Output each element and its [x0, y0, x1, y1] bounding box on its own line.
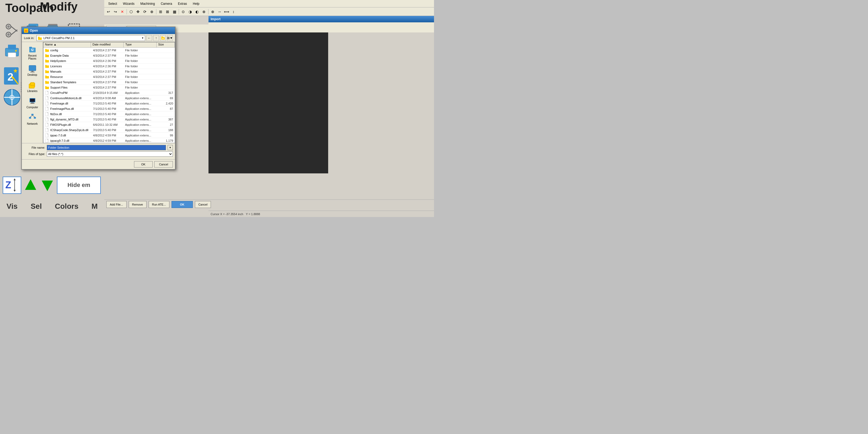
svg-marker-40 [13, 190, 16, 192]
remove-button[interactable]: Remove [129, 201, 147, 208]
run-ate-button[interactable]: Run ATE... [149, 201, 169, 208]
print-button[interactable] [3, 42, 21, 61]
table-row[interactable]: Standard Templates4/3/2014 2:37 PMFile f… [43, 80, 175, 85]
table-row[interactable]: ContinuousMotionLib.dll4/3/2014 9:08 AMA… [43, 95, 175, 101]
table-row[interactable]: Support Files4/3/2014 2:37 PMFile folder [43, 85, 175, 90]
new-folder-button[interactable] [160, 35, 166, 41]
view-options-button[interactable]: ⊞▼ [167, 35, 173, 41]
nav-network[interactable]: Network [23, 112, 42, 126]
colors-tab[interactable]: Colors [55, 202, 79, 211]
tool-btn-5[interactable]: ⊕ [210, 8, 216, 15]
nav-desktop[interactable]: Desktop [23, 63, 42, 78]
table-row[interactable]: ippacg9-7.0.dll4/8/2012 4:59 PMApplicati… [43, 138, 175, 143]
col-date-header[interactable]: Date modified [91, 42, 124, 47]
scissors-button[interactable] [3, 21, 21, 40]
table-row[interactable]: FreeImage.dll7/1/2013 5:40 PMApplication… [43, 101, 175, 106]
svg-marker-41 [25, 179, 36, 190]
table-row[interactable]: ippac-7.0.dll4/8/2012 4:59 PMApplication… [43, 133, 175, 138]
nav-computer[interactable]: Computer [23, 96, 42, 110]
table-row[interactable]: ICSharpCode.SharpZipLib.dll7/1/2013 5:40… [43, 127, 175, 133]
file-icon [45, 117, 49, 122]
table-row[interactable]: Licences4/3/2014 2:36 PMFile folder [43, 64, 175, 69]
col-type-header[interactable]: Type [124, 42, 157, 47]
table-row[interactable]: config4/3/2014 2:37 PMFile folder [43, 48, 175, 53]
menu-extras[interactable]: Extras [175, 1, 190, 6]
open-ok-button[interactable]: OK [134, 161, 153, 167]
menu-wizards[interactable]: Wizards [120, 1, 137, 6]
col-size-header[interactable]: Size [157, 42, 175, 47]
nav-desktop-label: Desktop [27, 73, 37, 76]
svg-rect-85 [45, 86, 46, 87]
snap-button[interactable]: ⊠ [164, 8, 171, 15]
tool-btn-3[interactable]: ◐ [194, 8, 200, 15]
menu-machining[interactable]: Machining [138, 1, 158, 6]
col-name-header[interactable]: Name ▲ [43, 42, 91, 47]
table-row[interactable]: Manuals4/3/2014 2:37 PMFile folder [43, 69, 175, 74]
tool-btn-2[interactable]: ◑ [187, 8, 193, 15]
nav-recent-label: Recent Places [24, 54, 41, 60]
table-row[interactable]: ftgl_dynamic_MTD.dll7/1/2013 5:40 PMAppl… [43, 117, 175, 122]
svg-rect-75 [45, 60, 46, 61]
table-row[interactable]: CircuitProPM2/19/2014 9:15 AMApplication… [43, 90, 175, 95]
open-dialog-nav: Recent Places Desktop [22, 42, 43, 143]
filename-input[interactable] [47, 145, 166, 150]
status-bar: Cursor X = -37.3554 inch Y = 1.8888 [209, 211, 434, 217]
zoom-button[interactable]: ⊕ [149, 8, 155, 15]
table-row[interactable]: Example Data4/3/2014 2:37 PMFile folder [43, 53, 175, 58]
divider-2 [156, 9, 156, 14]
filename-dropdown-btn[interactable]: ▼ [167, 145, 173, 150]
layer-button[interactable]: ▦ [171, 8, 178, 15]
nav-recent-places[interactable]: Recent Places [23, 44, 42, 61]
bottom-tabs-left: Vis Sel Colors M [0, 196, 104, 217]
select-button[interactable]: ⬡ [128, 8, 134, 15]
filetype-select[interactable]: All files (*.*) [47, 151, 173, 157]
tool-btn-8[interactable]: ↕ [230, 8, 237, 15]
add-file-button[interactable]: Add File... [106, 201, 127, 208]
crosshair-button[interactable] [3, 88, 21, 106]
magic-wand-button[interactable]: 2 [3, 67, 21, 86]
z-axis-box[interactable]: Z [3, 177, 21, 194]
tool-btn-4[interactable]: ⊗ [201, 8, 207, 15]
undo-button[interactable]: ↩ [105, 8, 112, 15]
hide-empty-box[interactable]: Hide em [57, 177, 101, 194]
table-row[interactable]: FreeImagePlus.dll7/1/2013 5:40 PMApplica… [43, 106, 175, 112]
cursor-x: Cursor X = -37.3554 inch [211, 213, 243, 216]
cancel-button[interactable]: Cancel [195, 201, 211, 208]
svg-line-69 [32, 116, 35, 117]
file-icon [45, 128, 49, 132]
grid-button[interactable]: ⊞ [157, 8, 164, 15]
file-icon [45, 112, 49, 116]
menu-camera[interactable]: Camera [158, 1, 175, 6]
move-up-button[interactable] [23, 178, 38, 192]
svg-rect-65 [31, 114, 33, 116]
table-row[interactable]: ftd2xx.dll7/1/2013 5:40 PMApplication ex… [43, 112, 175, 117]
nav-libraries[interactable]: Libraries [23, 80, 42, 94]
open-cancel-button[interactable]: Cancel [154, 161, 173, 167]
sel-tab[interactable]: Sel [31, 202, 42, 211]
move-down-button[interactable] [40, 178, 55, 192]
pan-button[interactable]: ✥ [135, 8, 141, 15]
open-dialog-buttons: OK Cancel [22, 159, 175, 169]
close-button[interactable]: ✕ [119, 8, 126, 15]
m-tab[interactable]: M [91, 202, 98, 211]
table-row[interactable]: Resource4/3/2014 2:37 PMFile folder [43, 74, 175, 80]
redo-button[interactable]: ↪ [112, 8, 119, 15]
menu-help[interactable]: Help [190, 1, 202, 6]
file-list-area[interactable]: Name ▲ Date modified Type Size config4/3… [43, 42, 175, 143]
up-folder-button[interactable]: ↑ [153, 35, 159, 41]
menu-select[interactable]: Select [105, 1, 120, 6]
back-button[interactable]: ← [146, 35, 152, 41]
rotate-button[interactable]: ⟳ [142, 8, 148, 15]
svg-point-21 [15, 50, 17, 52]
look-in-dropdown[interactable]: LPKF CircuitPro PM 2.1 ▼ [36, 35, 145, 41]
tool-btn-1[interactable]: ⊙ [180, 8, 186, 15]
tool-btn-6[interactable]: ↔ [216, 8, 223, 15]
ok-button[interactable]: OK [172, 201, 193, 208]
vis-tab[interactable]: Vis [7, 202, 18, 211]
tool-btn-7[interactable]: ⟺ [223, 8, 230, 15]
table-row[interactable]: FWOSPlugin.dll6/6/2011 10:32 AMApplicati… [43, 122, 175, 127]
menu-bar: Select Wizards Machining Camera Extras H… [104, 0, 434, 7]
svg-line-3 [11, 30, 17, 35]
bottom-toolbar-left: Z Hide em [0, 175, 104, 196]
table-row[interactable]: HelpSystem4/3/2014 2:36 PMFile folder [43, 58, 175, 64]
